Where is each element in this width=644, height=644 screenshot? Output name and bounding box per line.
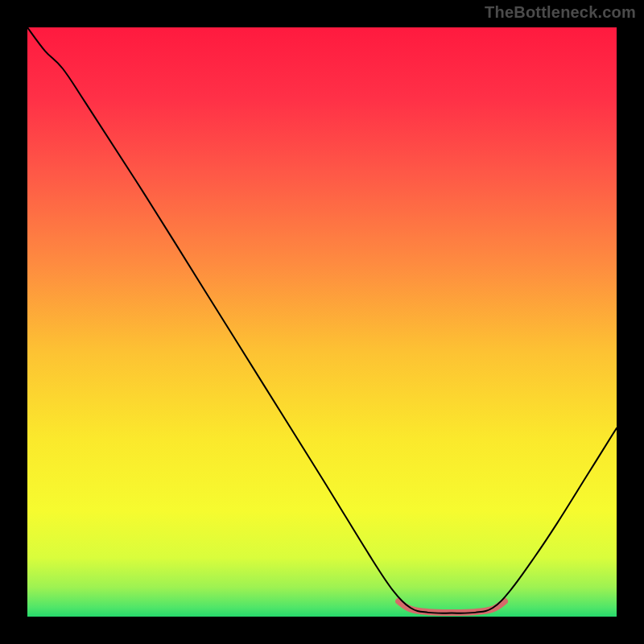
- watermark-text: TheBottleneck.com: [485, 3, 636, 22]
- gradient-background: [27, 27, 617, 617]
- plot-area: [27, 27, 617, 617]
- plot-svg: [27, 27, 617, 617]
- chart-stage: TheBottleneck.com: [0, 0, 644, 644]
